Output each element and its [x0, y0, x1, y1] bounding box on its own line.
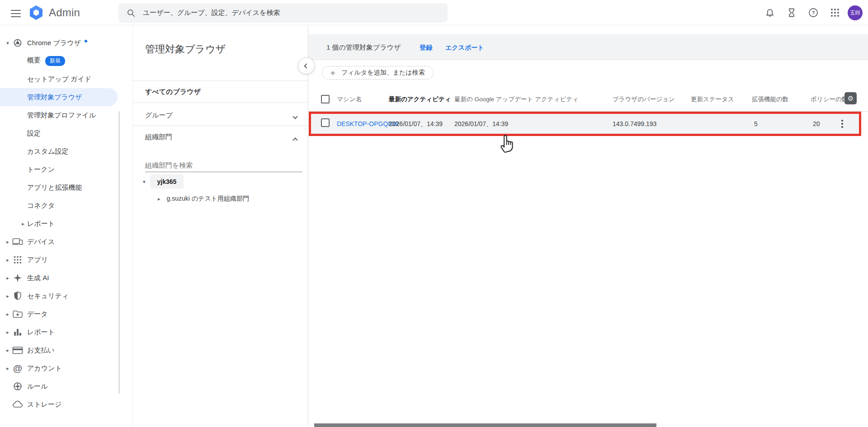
policies-count-cell: 20: [813, 120, 820, 127]
item-label: 概要: [27, 56, 41, 64]
wheel-icon: [12, 381, 23, 392]
expand-arrow-icon[interactable]: ▸: [4, 275, 12, 281]
sidebar-item-reports[interactable]: ▸ レポート: [0, 323, 132, 341]
sidebar-item-managed-profiles[interactable]: 管理対象プロファイル: [0, 106, 132, 124]
groups-section-toggle[interactable]: グループ: [145, 111, 173, 120]
avatar[interactable]: 五郎: [848, 5, 863, 20]
browser-version-cell: 143.0.7499.193: [613, 120, 656, 127]
sidebar-scrollbar[interactable]: [118, 111, 120, 394]
column-update-status[interactable]: 更新ステータス: [691, 95, 734, 103]
sidebar-item-devices[interactable]: ▸ デバイス: [0, 233, 132, 251]
table-header: マシン名 最新のアクティビティ↓ 最新の Google アップデート アクティビ…: [308, 88, 868, 112]
all-browsers-link[interactable]: すべてのブラウザ: [145, 88, 201, 96]
column-policies-count[interactable]: ポリシーの数: [811, 95, 845, 103]
sidebar-item-billing[interactable]: ▸ お支払い: [0, 341, 132, 359]
help-icon[interactable]: ?: [802, 2, 824, 23]
admin-console: Admin ユーザー、グループ、設定、デバイスを検索: [0, 0, 868, 427]
expand-arrow-icon[interactable]: ▸: [4, 239, 12, 245]
sidebar-item-custom-settings[interactable]: カスタム設定: [0, 142, 132, 160]
notification-dot: [85, 40, 87, 42]
org-tree-root-label[interactable]: yjk365: [150, 174, 184, 189]
sidebar-item-rules[interactable]: ルール: [0, 377, 132, 395]
side-navigation: ▾ Chrome ブラウザ 概要新規 セットアップ ガイド 管理対象ブラウザ 管…: [0, 25, 132, 427]
add-filter-chip[interactable]: ＋ フィルタを追加、または検索: [322, 66, 434, 80]
chevron-left-icon: [304, 63, 309, 68]
chevron-up-icon[interactable]: [293, 136, 297, 144]
sidebar-item-apps[interactable]: ▸ アプリ: [0, 251, 132, 269]
sidebar-item-account[interactable]: ▸ @ アカウント: [0, 359, 132, 377]
shield-icon: [12, 291, 23, 301]
sparkle-icon: [12, 272, 23, 283]
sidebar-item-security[interactable]: ▸ セキュリティ: [0, 287, 132, 305]
register-button[interactable]: 登録: [420, 44, 432, 52]
expand-arrow-icon[interactable]: ▸: [4, 293, 12, 299]
folder-star-icon: [12, 309, 23, 319]
expand-arrow-icon[interactable]: ▸: [4, 329, 12, 335]
chevron-down-icon[interactable]: [293, 112, 297, 120]
expand-arrow-icon[interactable]: ▸: [4, 257, 12, 263]
column-latest-google-update[interactable]: 最新の Google アップデート アクティビティ: [454, 95, 579, 103]
expand-arrow-icon[interactable]: ▸: [158, 196, 160, 202]
column-extensions-count[interactable]: 拡張機能の数: [752, 95, 788, 103]
panel-collapse-button[interactable]: [298, 57, 315, 74]
sidebar-item-storage[interactable]: ストレージ: [0, 395, 132, 413]
sidebar-section-label: Chrome ブラウザ: [27, 39, 81, 47]
search-icon: [127, 9, 136, 18]
global-search-input[interactable]: ユーザー、グループ、設定、デバイスを検索: [118, 3, 448, 23]
sidebar-item-managed-browsers[interactable]: 管理対象ブラウザ: [0, 88, 118, 106]
search-placeholder: ユーザー、グループ、設定、デバイスを検索: [143, 9, 280, 17]
sidebar-item-reports-sub[interactable]: ▸ レポート: [0, 215, 132, 233]
org-tree-child-label: g.suzuki のテスト用組織部門: [167, 195, 250, 203]
expand-arrow-icon[interactable]: ▸: [4, 347, 12, 353]
latest-google-update-cell: 2026/01/07、14:39: [454, 120, 508, 128]
sidebar-section-chrome-browser[interactable]: ▾ Chrome ブラウザ: [0, 34, 132, 52]
org-units-section-toggle[interactable]: 組織部門: [145, 133, 172, 141]
org-tree-child[interactable]: ▸ g.suzuki のテスト用組織部門: [158, 195, 249, 203]
sidebar-item-connectors[interactable]: コネクタ: [0, 197, 132, 215]
notifications-bell-icon[interactable]: [759, 2, 781, 23]
row-checkbox[interactable]: [321, 118, 330, 127]
latest-activity-cell: 2026/01/07、14:39: [389, 120, 443, 128]
sidebar-item-setup-guide[interactable]: セットアップ ガイド: [0, 70, 132, 88]
horizontal-scrollbar[interactable]: [314, 423, 656, 427]
app-name: Admin: [49, 6, 80, 19]
bar-chart-icon: [12, 327, 23, 338]
sidebar-item-data[interactable]: ▸ データ: [0, 305, 132, 323]
expand-arrow-icon[interactable]: ▸: [19, 221, 27, 227]
sidebar-item-gen-ai[interactable]: ▸ 生成 AI: [0, 269, 132, 287]
sidebar-item-tokens[interactable]: トークン: [0, 160, 132, 178]
collapse-arrow-icon[interactable]: ▾: [4, 40, 12, 46]
select-all-checkbox[interactable]: [321, 95, 330, 103]
extensions-count-cell: 5: [754, 120, 758, 127]
sidebar-item-settings[interactable]: 設定: [0, 124, 132, 142]
column-latest-activity[interactable]: 最新のアクティビティ↓: [389, 95, 459, 103]
collapse-arrow-icon[interactable]: ▾: [143, 179, 146, 185]
manage-columns-gear-icon[interactable]: ⚙: [844, 92, 857, 104]
org-tree-root[interactable]: ▾ yjk365: [143, 174, 184, 189]
app-logo[interactable]: Admin: [28, 5, 80, 21]
apps-icon: [12, 254, 23, 265]
org-unit-search-input[interactable]: [145, 159, 302, 172]
top-bar: Admin ユーザー、グループ、設定、デバイスを検索: [0, 0, 868, 25]
at-icon: @: [12, 363, 23, 374]
apps-grid-icon[interactable]: [824, 2, 846, 23]
cloud-icon: [12, 399, 23, 410]
column-machine-name[interactable]: マシン名: [337, 95, 362, 103]
devices-icon: [12, 236, 23, 247]
row-more-actions-icon[interactable]: [836, 117, 848, 130]
export-button[interactable]: エクスポート: [445, 44, 484, 52]
menu-icon[interactable]: [11, 8, 21, 17]
expand-arrow-icon[interactable]: ▸: [4, 311, 12, 317]
admin-hexagon-icon: [28, 5, 44, 21]
sidebar-item-overview[interactable]: 概要新規: [0, 52, 132, 70]
action-strip: 1 個の管理対象ブラウザ 登録 エクスポート: [308, 34, 868, 60]
sidebar-item-apps-extensions[interactable]: アプリと拡張機能: [0, 178, 132, 197]
new-badge: 新規: [45, 56, 65, 66]
column-browser-version[interactable]: ブラウザのバージョン: [613, 95, 675, 103]
plus-icon: ＋: [329, 67, 337, 78]
chrome-icon: [12, 38, 23, 48]
browser-filter-panel: 管理対象ブラウザ すべてのブラウザ グループ 組織部門 ▾ yjk365 ▸ g…: [132, 25, 308, 427]
expand-arrow-icon[interactable]: ▸: [4, 366, 12, 371]
managed-browsers-main: 1 個の管理対象ブラウザ 登録 エクスポート ＋ フィルタを追加、または検索 マ…: [308, 25, 868, 427]
tasks-hourglass-icon[interactable]: [781, 2, 802, 23]
